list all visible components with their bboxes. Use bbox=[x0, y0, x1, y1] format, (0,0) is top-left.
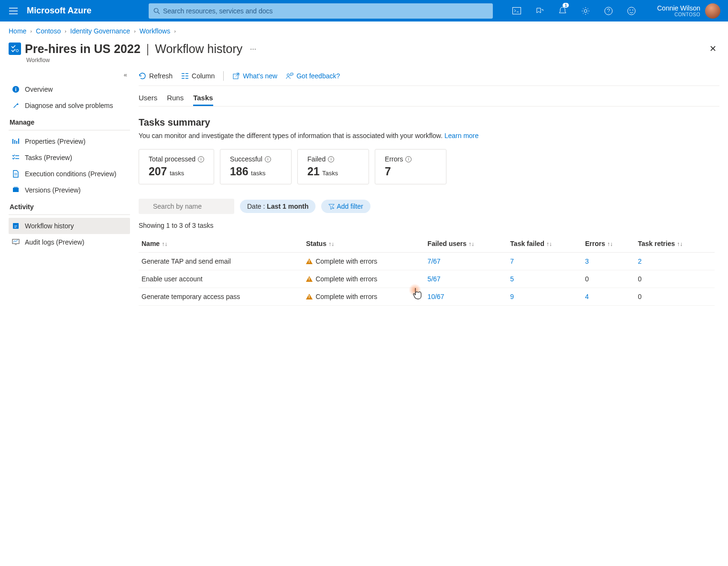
sidebar-item-execution-conditions[interactable]: Execution conditions (Preview) bbox=[9, 166, 130, 182]
svg-point-0 bbox=[154, 8, 159, 12]
cell-status: Complete with errors bbox=[303, 253, 424, 270]
date-filter-pill[interactable]: Date : Last 1 month bbox=[240, 200, 315, 213]
global-search-input[interactable] bbox=[163, 7, 488, 15]
sidebar-item-diagnose[interactable]: Diagnose and solve problems bbox=[9, 97, 130, 114]
add-filter-button[interactable]: Add filter bbox=[321, 200, 370, 213]
user-menu[interactable]: Connie Wilson CONTOSO bbox=[657, 3, 723, 19]
cell-task-failed[interactable]: 5 bbox=[507, 270, 582, 288]
col-task-failed[interactable]: Task failed↑↓ bbox=[507, 235, 582, 253]
tab-tasks[interactable]: Tasks bbox=[193, 91, 213, 106]
whats-new-button[interactable]: What's new bbox=[232, 72, 277, 80]
table-row[interactable]: Generate TAP and send email Complete wit… bbox=[139, 253, 715, 270]
warning-icon bbox=[306, 276, 313, 282]
brand-label[interactable]: Microsoft Azure bbox=[27, 6, 91, 16]
cell-errors[interactable]: 4 bbox=[582, 288, 635, 306]
global-search[interactable] bbox=[149, 3, 493, 19]
hamburger-icon[interactable] bbox=[5, 2, 22, 20]
sidebar-item-audit-logs[interactable]: Audit logs (Preview) bbox=[9, 234, 130, 250]
more-menu-icon[interactable]: ⋯ bbox=[250, 45, 256, 53]
sidebar-item-label: Tasks (Preview) bbox=[25, 154, 72, 161]
cell-errors[interactable]: 3 bbox=[582, 253, 635, 270]
sidebar-item-tasks[interactable]: Tasks (Preview) bbox=[9, 150, 130, 166]
cell-task-failed[interactable]: 9 bbox=[507, 288, 582, 306]
card-label: Failed i bbox=[307, 155, 359, 163]
sidebar-item-properties[interactable]: Properties (Preview) bbox=[9, 133, 130, 150]
col-status[interactable]: Status↑↓ bbox=[303, 235, 424, 253]
cell-failed-users[interactable]: 7/67 bbox=[424, 253, 507, 270]
sidebar-item-workflow-history[interactable]: Workflow history bbox=[9, 218, 130, 234]
card-label: Total processed i bbox=[149, 155, 204, 163]
cell-name: Generate TAP and send email bbox=[139, 253, 303, 270]
svg-point-6 bbox=[630, 10, 630, 11]
bars-icon bbox=[11, 137, 20, 146]
feedback-button[interactable]: Got feedback? bbox=[286, 72, 340, 80]
user-name: Connie Wilson bbox=[657, 4, 700, 12]
workflow-icon bbox=[9, 43, 21, 55]
learn-more-link[interactable]: Learn more bbox=[445, 132, 479, 139]
breadcrumb-item[interactable]: Home bbox=[9, 27, 26, 35]
col-name[interactable]: Name↑↓ bbox=[139, 235, 303, 253]
feedback-icon[interactable] bbox=[627, 6, 636, 16]
info-icon: i bbox=[328, 156, 334, 162]
notifications-icon[interactable]: 1 bbox=[558, 6, 567, 16]
search-name-input[interactable] bbox=[139, 199, 234, 214]
card-label: Successful i bbox=[230, 155, 282, 163]
cell-name: Generate temporary access pass bbox=[139, 288, 303, 306]
summary-card[interactable]: Successful i 186 tasks bbox=[220, 149, 292, 184]
sidebar-item-label: Audit logs (Preview) bbox=[25, 238, 85, 246]
wrench-icon bbox=[11, 101, 20, 110]
sidebar: « i Overview Diagnose and solve problems… bbox=[0, 66, 139, 306]
svg-point-5 bbox=[628, 7, 635, 15]
cell-retries[interactable]: 2 bbox=[635, 253, 715, 270]
table-row[interactable]: Generate temporary access pass Complete … bbox=[139, 288, 715, 306]
tab-users[interactable]: Users bbox=[139, 91, 157, 106]
card-value: 21 Tasks bbox=[307, 165, 359, 178]
collapse-sidebar-icon[interactable]: « bbox=[9, 71, 130, 78]
search-by-name[interactable] bbox=[139, 199, 234, 214]
summary-card[interactable]: Failed i 21 Tasks bbox=[297, 149, 369, 184]
chevron-right-icon: › bbox=[65, 28, 66, 34]
command-bar: Refresh Column What's new Got feedback? bbox=[139, 66, 719, 86]
summary-card[interactable]: Total processed i 207 tasks bbox=[139, 149, 214, 184]
col-errors[interactable]: Errors↑↓ bbox=[582, 235, 635, 253]
info-icon: i bbox=[265, 156, 271, 162]
cell-name: Enable user account bbox=[139, 270, 303, 288]
result-count: Showing 1 to 3 of 3 tasks bbox=[139, 222, 719, 229]
breadcrumb-item[interactable]: Contoso bbox=[36, 27, 61, 35]
info-icon: i bbox=[198, 156, 204, 162]
chevron-right-icon: › bbox=[174, 28, 176, 34]
section-description: You can monitor and investigate the diff… bbox=[139, 132, 719, 139]
page-type-label: Workflow bbox=[0, 57, 728, 64]
directory-switch-icon[interactable] bbox=[535, 6, 544, 16]
card-value: 207 tasks bbox=[149, 165, 204, 178]
breadcrumb-item[interactable]: Workflows bbox=[140, 27, 170, 35]
sidebar-item-versions[interactable]: Versions (Preview) bbox=[9, 182, 130, 198]
close-icon[interactable]: ✕ bbox=[706, 41, 719, 57]
cell-task-failed[interactable]: 7 bbox=[507, 253, 582, 270]
sidebar-group-manage: Manage bbox=[9, 114, 130, 128]
cell-failed-users[interactable]: 10/67 bbox=[424, 288, 507, 306]
cell-status: Complete with errors bbox=[303, 270, 424, 288]
top-bar: Microsoft Azure 1 Connie Wilson CONTOSO bbox=[0, 0, 728, 21]
help-icon[interactable] bbox=[604, 6, 613, 16]
refresh-button[interactable]: Refresh bbox=[139, 72, 173, 80]
summary-card[interactable]: Errors i 7 bbox=[375, 149, 446, 184]
svg-rect-11 bbox=[13, 188, 19, 192]
cell-failed-users[interactable]: 5/67 bbox=[424, 270, 507, 288]
external-link-icon bbox=[232, 72, 240, 80]
info-icon: i bbox=[405, 156, 412, 162]
table-row[interactable]: Enable user account Complete with errors… bbox=[139, 270, 715, 288]
tab-runs[interactable]: Runs bbox=[167, 91, 184, 106]
column-button[interactable]: Column bbox=[181, 72, 215, 80]
cloud-shell-icon[interactable] bbox=[512, 6, 522, 16]
avatar[interactable] bbox=[705, 3, 720, 19]
col-failed-users[interactable]: Failed users↑↓ bbox=[424, 235, 507, 253]
sidebar-group-activity: Activity bbox=[9, 198, 130, 213]
columns-icon bbox=[181, 73, 189, 79]
col-task-retries[interactable]: Task retries↑↓ bbox=[635, 235, 715, 253]
sidebar-item-overview[interactable]: i Overview bbox=[9, 81, 130, 97]
filter-icon bbox=[328, 203, 335, 210]
settings-icon[interactable] bbox=[581, 6, 590, 16]
sidebar-item-label: Properties (Preview) bbox=[25, 138, 86, 145]
breadcrumb-item[interactable]: Identity Governance bbox=[70, 27, 130, 35]
